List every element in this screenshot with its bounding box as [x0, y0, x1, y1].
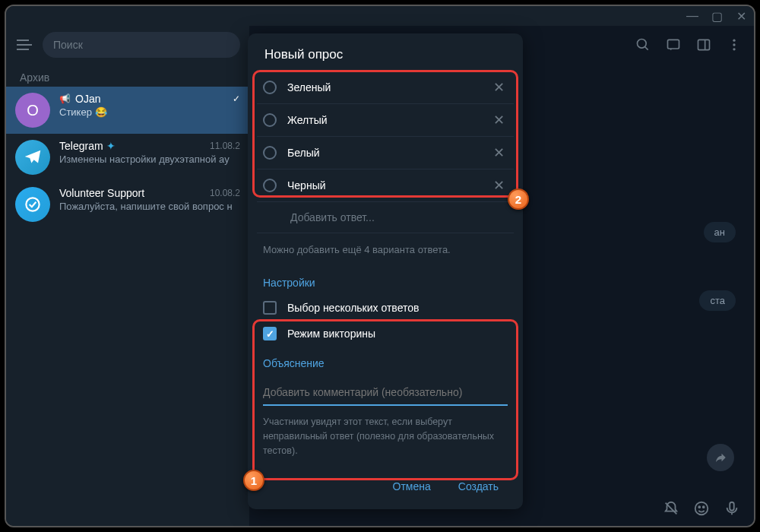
quiz-mode-checkbox-row[interactable]: Режим викторины: [248, 321, 523, 347]
svg-rect-8: [698, 40, 710, 49]
svg-point-4: [638, 40, 647, 49]
more-icon[interactable]: [727, 37, 742, 52]
chat-preview: Пожалуйста, напишите свой вопрос н: [59, 201, 240, 212]
options-hint: Можно добавить ещё 4 варианта ответа.: [248, 233, 523, 266]
date-pill: ан: [704, 222, 736, 242]
checkbox-label: Режим викторины: [287, 328, 375, 340]
search-icon[interactable]: [635, 37, 651, 52]
chat-date: 10.08.2: [210, 188, 240, 198]
svg-rect-17: [730, 502, 734, 511]
chat-preview: Стикер 😂: [59, 106, 240, 118]
checkbox-label: Выбор нескольких ответов: [287, 302, 419, 314]
date-pill: ста: [699, 290, 736, 311]
verified-icon: ✦: [106, 140, 116, 152]
window-titlebar: — ▢ ✕: [6, 6, 754, 26]
comments-icon[interactable]: [666, 37, 681, 52]
archive-label: Архив: [6, 64, 249, 87]
read-check-icon: ✓: [233, 93, 240, 104]
chat-item[interactable]: O 📢 OJan ✓ Стикер 😂: [6, 87, 249, 134]
svg-point-14: [695, 502, 708, 515]
poll-options-list: Зеленый ✕ Желтый ✕ Белый ✕ Черный ✕: [248, 71, 523, 202]
svg-point-10: [733, 40, 735, 42]
radio-icon[interactable]: [263, 146, 277, 160]
remove-option-icon[interactable]: ✕: [490, 112, 508, 128]
remove-option-icon[interactable]: ✕: [490, 79, 508, 96]
chat-name: OJan: [75, 93, 100, 105]
chat-item[interactable]: Volunteer Support 10.08.2 Пожалуйста, на…: [6, 181, 249, 228]
explanation-input[interactable]: [263, 380, 508, 406]
svg-line-5: [645, 47, 648, 50]
checkbox-icon[interactable]: [263, 327, 277, 340]
cancel-button[interactable]: Отмена: [382, 474, 442, 499]
chat-item[interactable]: Telegram ✦ 11.08.2 Изменены настройки дв…: [6, 134, 249, 181]
radio-icon[interactable]: [263, 81, 277, 94]
option-text[interactable]: Желтый: [287, 114, 490, 126]
svg-point-15: [698, 506, 700, 508]
checkbox-icon[interactable]: [263, 301, 277, 315]
annotation-badge-1: 1: [243, 470, 264, 491]
option-text[interactable]: Черный: [287, 179, 490, 192]
menu-icon[interactable]: [15, 39, 33, 51]
chat-name: Volunteer Support: [59, 187, 144, 199]
avatar: [15, 187, 50, 222]
avatar: [15, 140, 50, 175]
mic-icon[interactable]: [724, 500, 740, 517]
svg-point-3: [26, 198, 39, 211]
avatar: O: [15, 93, 50, 128]
annotation-badge-2: 2: [508, 188, 529, 210]
option-text[interactable]: Белый: [287, 147, 490, 159]
search-input[interactable]: Поиск: [43, 32, 240, 58]
settings-section-title: Настройки: [248, 266, 523, 295]
radio-icon[interactable]: [263, 179, 277, 192]
new-poll-modal: Новый опрос Зеленый ✕ Желтый ✕ Белый ✕ Ч…: [248, 33, 523, 509]
mute-icon[interactable]: [663, 500, 679, 517]
chat-preview: Изменены настройки двухэтапной ау: [59, 154, 240, 165]
svg-point-16: [703, 506, 705, 508]
multiple-answers-checkbox-row[interactable]: Выбор нескольких ответов: [248, 295, 523, 321]
remove-option-icon[interactable]: ✕: [490, 177, 508, 194]
speaker-icon: 📢: [59, 93, 71, 104]
close-window-button[interactable]: ✕: [736, 11, 746, 21]
option-text[interactable]: Зеленый: [287, 81, 490, 93]
svg-point-12: [733, 48, 735, 50]
explanation-hint: Участники увидят этот текст, если выберу…: [248, 406, 523, 464]
poll-option-row[interactable]: Желтый ✕: [257, 104, 514, 137]
share-button[interactable]: [707, 444, 734, 471]
sidepanel-icon[interactable]: [696, 37, 711, 52]
radio-icon[interactable]: [263, 113, 277, 127]
svg-rect-6: [668, 40, 679, 49]
modal-title: Новый опрос: [248, 33, 523, 71]
poll-option-row[interactable]: Зеленый ✕: [257, 71, 514, 104]
emoji-icon[interactable]: [693, 500, 710, 517]
poll-option-row[interactable]: Черный ✕: [257, 169, 514, 202]
remove-option-icon[interactable]: ✕: [490, 144, 508, 161]
chat-date: 11.08.2: [210, 141, 240, 151]
add-option-input[interactable]: Добавить ответ...: [257, 202, 514, 233]
minimize-button[interactable]: —: [687, 11, 698, 21]
explanation-section-title: Объяснение: [248, 347, 523, 375]
chat-name: Telegram ✦: [59, 140, 116, 152]
svg-point-11: [733, 43, 735, 46]
create-button[interactable]: Создать: [448, 474, 509, 499]
sidebar: Поиск Архив O 📢 OJan ✓ Стикер 😂: [6, 26, 249, 526]
maximize-button[interactable]: ▢: [711, 11, 722, 21]
poll-option-row[interactable]: Белый ✕: [257, 137, 514, 169]
